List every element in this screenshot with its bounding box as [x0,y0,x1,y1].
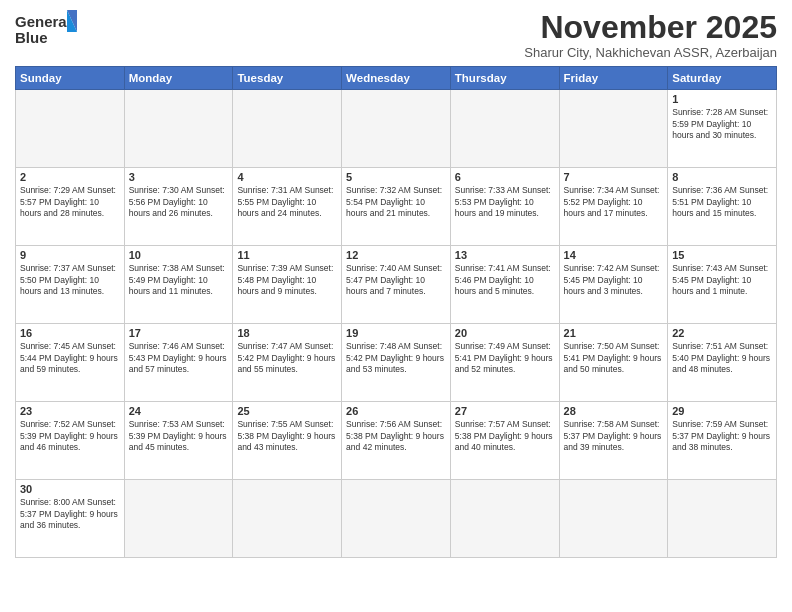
day-info: Sunrise: 7:55 AM Sunset: 5:38 PM Dayligh… [237,419,337,453]
table-row: 13Sunrise: 7:41 AM Sunset: 5:46 PM Dayli… [450,246,559,324]
day-info: Sunrise: 7:30 AM Sunset: 5:56 PM Dayligh… [129,185,229,219]
day-info: Sunrise: 7:29 AM Sunset: 5:57 PM Dayligh… [20,185,120,219]
table-row: 22Sunrise: 7:51 AM Sunset: 5:40 PM Dayli… [668,324,777,402]
header-saturday: Saturday [668,67,777,90]
day-info: Sunrise: 7:37 AM Sunset: 5:50 PM Dayligh… [20,263,120,297]
table-row: 7Sunrise: 7:34 AM Sunset: 5:52 PM Daylig… [559,168,668,246]
day-number: 4 [237,171,337,183]
day-number: 21 [564,327,664,339]
day-info: Sunrise: 7:40 AM Sunset: 5:47 PM Dayligh… [346,263,446,297]
day-number: 8 [672,171,772,183]
calendar-week-row: 23Sunrise: 7:52 AM Sunset: 5:39 PM Dayli… [16,402,777,480]
table-row: 16Sunrise: 7:45 AM Sunset: 5:44 PM Dayli… [16,324,125,402]
table-row: 28Sunrise: 7:58 AM Sunset: 5:37 PM Dayli… [559,402,668,480]
day-info: Sunrise: 7:42 AM Sunset: 5:45 PM Dayligh… [564,263,664,297]
day-info: Sunrise: 7:49 AM Sunset: 5:41 PM Dayligh… [455,341,555,375]
day-number: 13 [455,249,555,261]
day-number: 18 [237,327,337,339]
table-row: 9Sunrise: 7:37 AM Sunset: 5:50 PM Daylig… [16,246,125,324]
generalblue-logo-icon: GeneralBlue [15,10,85,50]
day-number: 22 [672,327,772,339]
day-number: 20 [455,327,555,339]
table-row: 3Sunrise: 7:30 AM Sunset: 5:56 PM Daylig… [124,168,233,246]
day-number: 6 [455,171,555,183]
day-info: Sunrise: 7:52 AM Sunset: 5:39 PM Dayligh… [20,419,120,453]
day-info: Sunrise: 8:00 AM Sunset: 5:37 PM Dayligh… [20,497,120,531]
table-row: 24Sunrise: 7:53 AM Sunset: 5:39 PM Dayli… [124,402,233,480]
day-number: 30 [20,483,120,495]
day-number: 16 [20,327,120,339]
day-number: 1 [672,93,772,105]
table-row: 29Sunrise: 7:59 AM Sunset: 5:37 PM Dayli… [668,402,777,480]
day-info: Sunrise: 7:33 AM Sunset: 5:53 PM Dayligh… [455,185,555,219]
header-friday: Friday [559,67,668,90]
table-row: 6Sunrise: 7:33 AM Sunset: 5:53 PM Daylig… [450,168,559,246]
day-info: Sunrise: 7:31 AM Sunset: 5:55 PM Dayligh… [237,185,337,219]
table-row: 30Sunrise: 8:00 AM Sunset: 5:37 PM Dayli… [16,480,125,558]
day-info: Sunrise: 7:34 AM Sunset: 5:52 PM Dayligh… [564,185,664,219]
day-number: 14 [564,249,664,261]
svg-text:General: General [15,13,71,30]
month-title: November 2025 [524,10,777,45]
calendar-week-row: 30Sunrise: 8:00 AM Sunset: 5:37 PM Dayli… [16,480,777,558]
table-row: 27Sunrise: 7:57 AM Sunset: 5:38 PM Dayli… [450,402,559,480]
table-row: 10Sunrise: 7:38 AM Sunset: 5:49 PM Dayli… [124,246,233,324]
day-info: Sunrise: 7:32 AM Sunset: 5:54 PM Dayligh… [346,185,446,219]
table-row: 26Sunrise: 7:56 AM Sunset: 5:38 PM Dayli… [342,402,451,480]
table-row: 11Sunrise: 7:39 AM Sunset: 5:48 PM Dayli… [233,246,342,324]
day-info: Sunrise: 7:56 AM Sunset: 5:38 PM Dayligh… [346,419,446,453]
day-number: 15 [672,249,772,261]
header-sunday: Sunday [16,67,125,90]
header-monday: Monday [124,67,233,90]
day-info: Sunrise: 7:50 AM Sunset: 5:41 PM Dayligh… [564,341,664,375]
table-row: 14Sunrise: 7:42 AM Sunset: 5:45 PM Dayli… [559,246,668,324]
day-info: Sunrise: 7:36 AM Sunset: 5:51 PM Dayligh… [672,185,772,219]
calendar-week-row: 2Sunrise: 7:29 AM Sunset: 5:57 PM Daylig… [16,168,777,246]
day-number: 29 [672,405,772,417]
calendar-week-row: 9Sunrise: 7:37 AM Sunset: 5:50 PM Daylig… [16,246,777,324]
day-number: 3 [129,171,229,183]
day-number: 26 [346,405,446,417]
logo: GeneralBlue [15,10,85,50]
day-info: Sunrise: 7:38 AM Sunset: 5:49 PM Dayligh… [129,263,229,297]
calendar-table: Sunday Monday Tuesday Wednesday Thursday… [15,66,777,558]
table-row [16,90,125,168]
day-info: Sunrise: 7:51 AM Sunset: 5:40 PM Dayligh… [672,341,772,375]
title-area: November 2025 Sharur City, Nakhichevan A… [524,10,777,60]
table-row: 5Sunrise: 7:32 AM Sunset: 5:54 PM Daylig… [342,168,451,246]
day-info: Sunrise: 7:47 AM Sunset: 5:42 PM Dayligh… [237,341,337,375]
header-thursday: Thursday [450,67,559,90]
day-number: 25 [237,405,337,417]
table-row: 2Sunrise: 7:29 AM Sunset: 5:57 PM Daylig… [16,168,125,246]
table-row: 15Sunrise: 7:43 AM Sunset: 5:45 PM Dayli… [668,246,777,324]
day-number: 28 [564,405,664,417]
table-row [559,480,668,558]
day-number: 9 [20,249,120,261]
table-row: 20Sunrise: 7:49 AM Sunset: 5:41 PM Dayli… [450,324,559,402]
table-row: 21Sunrise: 7:50 AM Sunset: 5:41 PM Dayli… [559,324,668,402]
day-number: 10 [129,249,229,261]
day-info: Sunrise: 7:43 AM Sunset: 5:45 PM Dayligh… [672,263,772,297]
calendar-week-row: 16Sunrise: 7:45 AM Sunset: 5:44 PM Dayli… [16,324,777,402]
table-row [342,480,451,558]
table-row: 23Sunrise: 7:52 AM Sunset: 5:39 PM Dayli… [16,402,125,480]
day-number: 2 [20,171,120,183]
table-row [233,90,342,168]
table-row: 8Sunrise: 7:36 AM Sunset: 5:51 PM Daylig… [668,168,777,246]
calendar-header-row: Sunday Monday Tuesday Wednesday Thursday… [16,67,777,90]
calendar-week-row: 1Sunrise: 7:28 AM Sunset: 5:59 PM Daylig… [16,90,777,168]
day-info: Sunrise: 7:48 AM Sunset: 5:42 PM Dayligh… [346,341,446,375]
day-info: Sunrise: 7:53 AM Sunset: 5:39 PM Dayligh… [129,419,229,453]
table-row [450,90,559,168]
day-number: 17 [129,327,229,339]
day-number: 12 [346,249,446,261]
day-info: Sunrise: 7:39 AM Sunset: 5:48 PM Dayligh… [237,263,337,297]
location-subtitle: Sharur City, Nakhichevan ASSR, Azerbaija… [524,45,777,60]
day-info: Sunrise: 7:45 AM Sunset: 5:44 PM Dayligh… [20,341,120,375]
table-row: 18Sunrise: 7:47 AM Sunset: 5:42 PM Dayli… [233,324,342,402]
table-row [342,90,451,168]
table-row [124,480,233,558]
table-row: 4Sunrise: 7:31 AM Sunset: 5:55 PM Daylig… [233,168,342,246]
day-info: Sunrise: 7:58 AM Sunset: 5:37 PM Dayligh… [564,419,664,453]
day-number: 23 [20,405,120,417]
